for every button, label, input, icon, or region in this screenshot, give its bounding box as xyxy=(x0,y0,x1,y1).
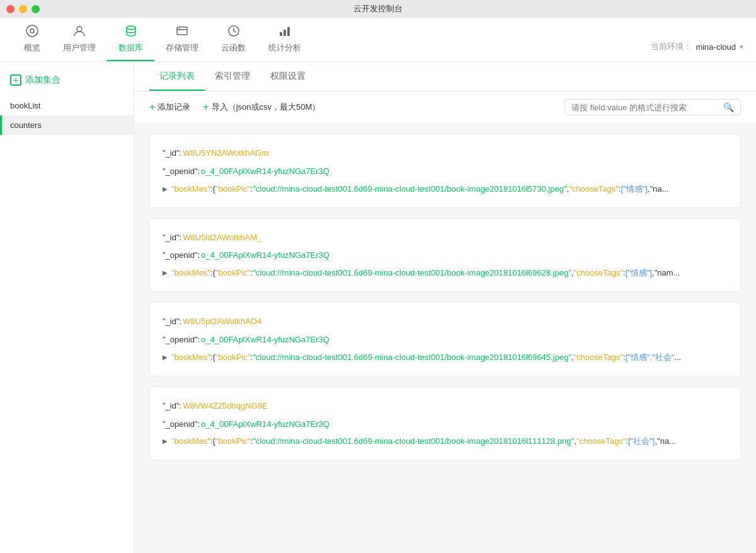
field-openid-4: "_openid": o_4_00FAplXwR14-yfuzNGa7Er3Q xyxy=(163,416,728,434)
plus-icon: + xyxy=(10,74,21,86)
svg-point-2 xyxy=(77,26,82,32)
field-id-4: "_id": W8VW4Z25dhqgNG9E xyxy=(163,397,728,416)
import-label: 导入（json或csv，最大50M） xyxy=(212,102,321,113)
env-label: 当前环境： xyxy=(651,41,692,52)
storage-icon xyxy=(175,24,189,40)
users-icon xyxy=(72,24,86,40)
sidebar-item-counters[interactable]: counters xyxy=(0,115,134,135)
field-openid-2: "_openid": o_4_00FAplXwR14-yfuzNGa7Er3Q xyxy=(163,247,728,265)
overview-icon xyxy=(25,24,39,40)
svg-point-3 xyxy=(127,26,135,30)
search-box[interactable]: 🔍 xyxy=(564,99,741,115)
database-icon xyxy=(124,24,138,40)
nav-database[interactable]: 数据库 xyxy=(107,24,154,61)
tab-index-label: 索引管理 xyxy=(215,71,250,81)
sidebar-item-booklist-label: bookList xyxy=(10,101,40,110)
nav-functions-label: 云函数 xyxy=(221,42,246,54)
expand-arrow-icon[interactable]: ▶ xyxy=(163,438,168,445)
search-icon: 🔍 xyxy=(723,102,734,112)
field-openid-1: "_openid": o_4_00FAplXwR14-yfuzNGa7Er3Q xyxy=(163,163,728,181)
stats-icon xyxy=(278,24,292,40)
toolbar: + 添加记录 + 导入（json或csv，最大50M） 🔍 xyxy=(134,91,756,124)
import-button[interactable]: + 导入（json或csv，最大50M） xyxy=(203,102,320,113)
window-controls[interactable] xyxy=(6,5,40,13)
field-id-3: "_id": W8U5pt2AWotkhAO4 xyxy=(163,313,728,331)
nav-functions[interactable]: 云函数 xyxy=(210,24,257,61)
main-layout: + 添加集合 bookList counters 记录列表 索引管理 权限设置 xyxy=(0,62,756,553)
field-id-2: "_id": W8U5ld2AWotkhAM_ xyxy=(163,229,728,247)
nav-users[interactable]: 用户管理 xyxy=(52,24,107,61)
nav-overview[interactable]: 概览 xyxy=(13,24,52,61)
add-record-icon: + xyxy=(149,102,155,113)
tab-permissions-label: 权限设置 xyxy=(270,71,306,81)
sidebar-item-counters-label: counters xyxy=(10,120,42,130)
svg-rect-9 xyxy=(287,27,290,36)
expand-arrow-icon[interactable]: ▶ xyxy=(163,185,168,192)
nav-users-label: 用户管理 xyxy=(63,42,96,54)
env-value: mina-cloud xyxy=(696,42,736,52)
add-collection-button[interactable]: + 添加集合 xyxy=(0,69,134,91)
app-title: 云开发控制台 xyxy=(353,3,403,15)
table-row: "_id": W8U5YN2AWotkhAGm "_openid": o_4_0… xyxy=(149,134,741,208)
expand-arrow-icon[interactable]: ▶ xyxy=(163,354,168,361)
sidebar: + 添加集合 bookList counters xyxy=(0,62,134,553)
tab-permissions[interactable]: 权限设置 xyxy=(260,62,316,91)
nav-storage-label: 存储管理 xyxy=(166,42,198,54)
main-content: 记录列表 索引管理 权限设置 + 添加记录 + 导入（json或csv，最大50… xyxy=(134,62,756,553)
svg-rect-7 xyxy=(280,32,282,36)
maximize-button[interactable] xyxy=(32,5,40,13)
chevron-down-icon: ▾ xyxy=(740,43,743,51)
nav-items: 概览 用户管理 数据库 xyxy=(13,24,312,61)
svg-rect-4 xyxy=(177,27,187,35)
svg-rect-8 xyxy=(284,30,286,36)
add-record-button[interactable]: + 添加记录 xyxy=(149,102,190,113)
nav-storage[interactable]: 存储管理 xyxy=(154,24,210,61)
titlebar: 云开发控制台 xyxy=(0,0,756,18)
tab-index[interactable]: 索引管理 xyxy=(205,62,260,91)
functions-icon xyxy=(227,24,241,40)
minimize-button[interactable] xyxy=(19,5,27,13)
field-id-1: "_id": W8U5YN2AWotkhAGm xyxy=(163,144,728,163)
top-nav: 概览 用户管理 数据库 xyxy=(0,18,756,62)
import-icon: + xyxy=(203,102,209,113)
field-bookmes-4: ▶ "bookMes":{"bookPic":"cloud://mina-clo… xyxy=(163,433,728,450)
nav-stats[interactable]: 统计分析 xyxy=(257,24,312,61)
close-button[interactable] xyxy=(6,5,14,13)
table-row: "_id": W8U5ld2AWotkhAM_ "_openid": o_4_0… xyxy=(149,218,741,293)
subtabs: 记录列表 索引管理 权限设置 xyxy=(134,62,756,91)
field-openid-3: "_openid": o_4_00FAplXwR14-yfuzNGa7Er3Q xyxy=(163,331,728,349)
svg-point-0 xyxy=(26,25,38,37)
tab-records-label: 记录列表 xyxy=(159,71,195,81)
search-input[interactable] xyxy=(571,103,719,112)
records-list: "_id": W8U5YN2AWotkhAGm "_openid": o_4_0… xyxy=(134,124,756,553)
env-selector[interactable]: 当前环境： mina-cloud ▾ xyxy=(651,41,743,52)
field-bookmes-3: ▶ "bookMes":{"bookPic":"cloud://mina-clo… xyxy=(163,349,728,366)
add-record-label: 添加记录 xyxy=(158,102,190,113)
nav-stats-label: 统计分析 xyxy=(268,42,301,54)
nav-database-label: 数据库 xyxy=(118,42,143,54)
field-bookmes-1: ▶ "bookMes":{"bookPic":"cloud://mina-clo… xyxy=(163,181,728,197)
nav-overview-label: 概览 xyxy=(24,42,40,54)
svg-point-1 xyxy=(30,29,34,33)
field-bookmes-2: ▶ "bookMes":{"bookPic":"cloud://mina-clo… xyxy=(163,265,728,281)
tab-records[interactable]: 记录列表 xyxy=(149,62,205,91)
add-collection-label: 添加集合 xyxy=(25,74,60,86)
sidebar-item-booklist[interactable]: bookList xyxy=(0,96,134,115)
table-row: "_id": W8VW4Z25dhqgNG9E "_openid": o_4_0… xyxy=(149,387,741,461)
expand-arrow-icon[interactable]: ▶ xyxy=(163,269,168,276)
toolbar-left: + 添加记录 + 导入（json或csv，最大50M） xyxy=(149,102,320,113)
sidebar-items: bookList counters xyxy=(0,96,134,135)
table-row: "_id": W8U5pt2AWotkhAO4 "_openid": o_4_0… xyxy=(149,302,741,376)
